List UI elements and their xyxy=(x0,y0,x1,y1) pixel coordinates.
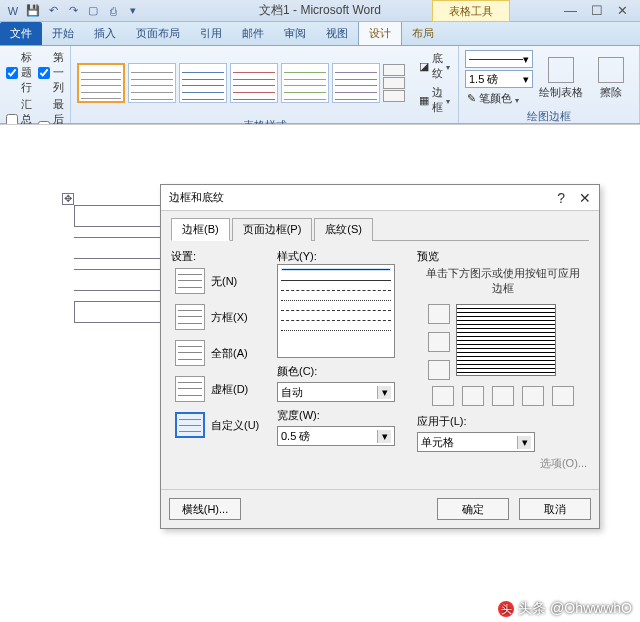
preview-label: 预览 xyxy=(417,249,589,264)
dialog-help-button[interactable]: ? xyxy=(557,190,565,206)
setting-custom[interactable]: 自定义(U) xyxy=(175,412,267,438)
tab-table-layout[interactable]: 布局 xyxy=(402,22,444,45)
border-hmiddle-button[interactable] xyxy=(428,332,450,352)
table-anchor-icon[interactable]: ✥ xyxy=(62,193,74,205)
tab-design[interactable]: 设计 xyxy=(358,21,402,45)
tab-references[interactable]: 引用 xyxy=(190,22,232,45)
draw-table-icon xyxy=(548,57,574,83)
applyto-combo[interactable]: 单元格▾ xyxy=(417,432,535,452)
style-gallery[interactable] xyxy=(77,50,405,116)
dialog-tabs: 边框(B) 页面边框(P) 底纹(S) xyxy=(171,217,589,241)
dialog-footer: 横线(H)... 确定 取消 xyxy=(161,489,599,528)
tab-insert[interactable]: 插入 xyxy=(84,22,126,45)
grid-icon xyxy=(175,376,205,402)
setting-box[interactable]: 方框(X) xyxy=(175,304,267,330)
tab-mailings[interactable]: 邮件 xyxy=(232,22,274,45)
setting-grid[interactable]: 虚框(D) xyxy=(175,376,267,402)
style-item[interactable] xyxy=(230,63,278,103)
dialog-titlebar: 边框和底纹 ? ✕ xyxy=(161,185,599,211)
none-icon xyxy=(175,268,205,294)
titlebar: W 💾 ↶ ↷ ▢ ⎙ ▾ 文档1 - Microsoft Word 表格工具 … xyxy=(0,0,640,22)
line-style-select[interactable]: ▾ xyxy=(465,50,533,68)
app-title: 文档1 - Microsoft Word xyxy=(259,2,381,19)
group-draw-borders: ▾ 1.5 磅▾ ✎ 笔颜色 绘制表格 擦除 绘图边框 xyxy=(459,46,640,123)
dlg-tab-borders[interactable]: 边框(B) xyxy=(171,218,230,241)
tab-file[interactable]: 文件 xyxy=(0,22,42,45)
setting-none[interactable]: 无(N) xyxy=(175,268,267,294)
dlg-tab-page-border[interactable]: 页面边框(P) xyxy=(232,218,313,241)
save-icon[interactable]: 💾 xyxy=(24,2,42,20)
group-table-styles: ◪ 底纹 ▦ 边框 表格样式 xyxy=(71,46,459,123)
border-right-button[interactable] xyxy=(522,386,544,406)
quick-access-toolbar: W 💾 ↶ ↷ ▢ ⎙ ▾ xyxy=(4,2,142,20)
dialog-title: 边框和底纹 xyxy=(169,190,224,205)
draw-table-button[interactable]: 绘制表格 xyxy=(539,50,583,107)
border-left-button[interactable] xyxy=(462,386,484,406)
border-diag2-button[interactable] xyxy=(552,386,574,406)
ribbon-tabs: 文件 开始 插入 页面布局 引用 邮件 审阅 视图 设计 布局 xyxy=(0,22,640,46)
custom-icon xyxy=(175,412,205,438)
pen-color-button[interactable]: ✎ 笔颜色 xyxy=(465,90,533,107)
width-label: 宽度(W): xyxy=(277,408,407,423)
applyto-label: 应用于(L): xyxy=(417,414,467,429)
borders-button[interactable]: ▦ 边框 xyxy=(417,84,452,116)
word-icon[interactable]: W xyxy=(4,2,22,20)
borders-shading-dialog: 边框和底纹 ? ✕ 边框(B) 页面边框(P) 底纹(S) 设置: 无(N) 方… xyxy=(160,184,600,529)
tab-pagelayout[interactable]: 页面布局 xyxy=(126,22,190,45)
preview-sample[interactable] xyxy=(456,304,556,376)
border-vmiddle-button[interactable] xyxy=(492,386,514,406)
settings-column: 设置: 无(N) 方框(X) 全部(A) 虚框(D) 自定义(U) xyxy=(171,249,267,475)
style-label: 样式(Y): xyxy=(277,249,407,264)
watermark: 头 头条 @OhwwwhO xyxy=(498,600,632,618)
group-title-draw: 绘图边框 xyxy=(465,107,633,124)
chk-header-row[interactable]: 标题行 xyxy=(6,50,32,95)
style-item[interactable] xyxy=(77,63,125,103)
minimize-button[interactable]: — xyxy=(564,3,577,18)
width-combo[interactable]: 0.5 磅▾ xyxy=(277,426,395,446)
tab-review[interactable]: 审阅 xyxy=(274,22,316,45)
dialog-close-button[interactable]: ✕ xyxy=(579,190,591,206)
ribbon: 标题行 汇总行 镶边行 第一列 最后一列 镶边列 表格样式选项 xyxy=(0,46,640,124)
style-item[interactable] xyxy=(332,63,380,103)
settings-label: 设置: xyxy=(171,249,267,264)
style-item[interactable] xyxy=(179,63,227,103)
maximize-button[interactable]: ☐ xyxy=(591,3,603,18)
style-column: 样式(Y): 颜色(C): 自动▾ 宽度(W): 0.5 磅▾ xyxy=(277,249,407,475)
gallery-more-icon[interactable] xyxy=(383,90,405,102)
dlg-tab-shading[interactable]: 底纹(S) xyxy=(314,218,373,241)
tab-home[interactable]: 开始 xyxy=(42,22,84,45)
tab-view[interactable]: 视图 xyxy=(316,22,358,45)
gallery-up-icon[interactable] xyxy=(383,64,405,76)
preview-column: 预览 单击下方图示或使用按钮可应用边框 xyxy=(417,249,589,475)
options-button[interactable]: 选项(O)... xyxy=(417,452,589,475)
border-top-button[interactable] xyxy=(428,304,450,324)
ok-button[interactable]: 确定 xyxy=(437,498,509,520)
style-item[interactable] xyxy=(128,63,176,103)
qat-more-icon[interactable]: ▾ xyxy=(124,2,142,20)
contextual-tab-label: 表格工具 xyxy=(432,0,510,22)
window-controls: — ☐ ✕ xyxy=(564,3,636,18)
shading-button[interactable]: ◪ 底纹 xyxy=(417,50,452,82)
redo-icon[interactable]: ↷ xyxy=(64,2,82,20)
eraser-button[interactable]: 擦除 xyxy=(589,50,633,107)
close-button[interactable]: ✕ xyxy=(617,3,628,18)
color-label: 颜色(C): xyxy=(277,364,407,379)
chk-first-col[interactable]: 第一列 xyxy=(38,50,64,95)
border-diag1-button[interactable] xyxy=(432,386,454,406)
color-combo[interactable]: 自动▾ xyxy=(277,382,395,402)
setting-all[interactable]: 全部(A) xyxy=(175,340,267,366)
gallery-down-icon[interactable] xyxy=(383,77,405,89)
hline-button[interactable]: 横线(H)... xyxy=(169,498,241,520)
line-width-select[interactable]: 1.5 磅▾ xyxy=(465,70,533,88)
new-icon[interactable]: ▢ xyxy=(84,2,102,20)
undo-icon[interactable]: ↶ xyxy=(44,2,62,20)
style-item[interactable] xyxy=(281,63,329,103)
eraser-icon xyxy=(598,57,624,83)
border-bottom-button[interactable] xyxy=(428,360,450,380)
print-icon[interactable]: ⎙ xyxy=(104,2,122,20)
style-listbox[interactable] xyxy=(277,264,395,358)
preview-note: 单击下方图示或使用按钮可应用边框 xyxy=(417,264,589,298)
all-icon xyxy=(175,340,205,366)
cancel-button[interactable]: 取消 xyxy=(519,498,591,520)
watermark-icon: 头 xyxy=(498,601,514,617)
